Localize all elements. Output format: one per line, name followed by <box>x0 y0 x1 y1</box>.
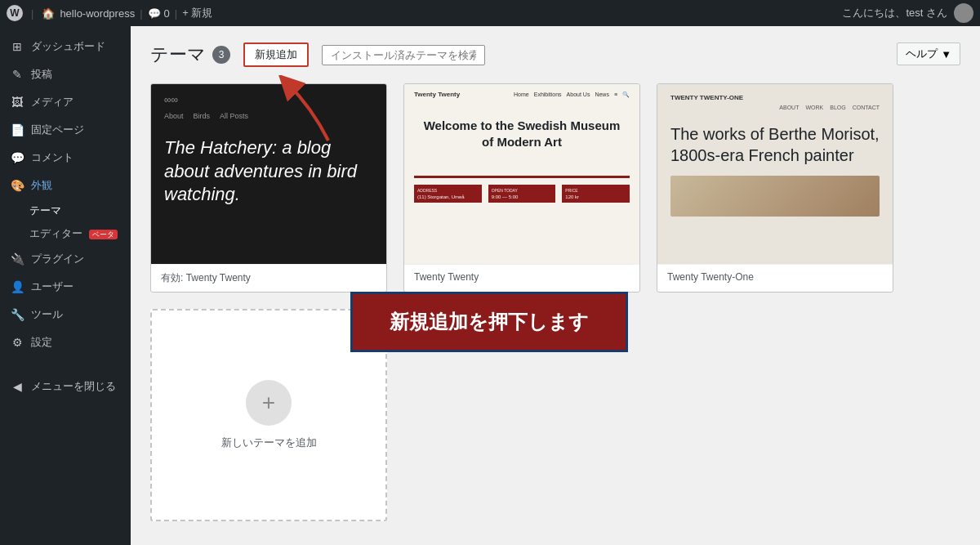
sidebar-item-pages-label: 固定ページ <box>31 123 84 137</box>
twentyone-nav: ABOUTWORKBLOGCONTACT <box>670 105 880 110</box>
twentyone-heading: The works of Berthe Morisot, 1800s-era F… <box>670 123 880 166</box>
sidebar-item-dashboard-label: ダッシュボード <box>31 39 105 54</box>
help-label: ヘルプ <box>906 47 938 61</box>
sidebar: ⊞ ダッシュボード ✎ 投稿 🖼 メディア 📄 固定ページ 💬 コメント 🎨 外… <box>0 26 131 545</box>
sidebar-item-media[interactable]: 🖼 メディア <box>0 88 131 116</box>
sidebar-item-tools[interactable]: 🔧 ツール <box>0 301 131 328</box>
page-title: テーマ <box>150 42 206 67</box>
themes-grid: ∞∞ AboutBirdsAll Posts The Hatchery: a b… <box>150 83 960 521</box>
new-label: + 新規 <box>182 6 212 20</box>
settings-icon: ⚙ <box>10 336 24 349</box>
twentytwenty-main: Welcome to the Swedish Museum of Modern … <box>414 105 630 163</box>
sidebar-item-plugins-label: プラグイン <box>31 252 84 266</box>
plus-icon: + <box>262 390 275 416</box>
twentytwenty-info: ADDRESS (11) Storgatan, Umeå OPEN TODAY … <box>414 176 630 203</box>
plugins-icon: 🔌 <box>10 252 24 266</box>
theme-preview-twentytwentyone: TWENTY TWENTY-ONE ABOUTWORKBLOGCONTACT T… <box>657 84 893 264</box>
topbar-new-button[interactable]: + 新規 <box>182 6 212 20</box>
sidebar-item-close-menu[interactable]: ◀ メニューを閉じる <box>0 373 131 400</box>
user-avatar[interactable] <box>954 3 973 23</box>
theme-preview-twentytwenty: Twenty Twenty HomeExhibitionsAbout UsNew… <box>404 84 639 264</box>
theme-card-twentytwenty[interactable]: Twenty Twenty HomeExhibitionsAbout UsNew… <box>403 83 640 293</box>
dashboard-icon: ⊞ <box>10 40 24 53</box>
sidebar-item-close-menu-label: メニューを閉じる <box>31 379 116 394</box>
twentytwenty-address: ADDRESS (11) Storgatan, Umeå <box>414 185 482 203</box>
chevron-down-icon: ▼ <box>941 48 951 60</box>
hatchery-nav: AboutBirdsAll Posts <box>164 112 373 120</box>
appearance-icon: 🎨 <box>10 179 24 192</box>
topbar-right: こんにちは、test さん <box>842 3 973 23</box>
add-theme-label: 新しいテーマを追加 <box>221 436 317 450</box>
twentytwenty-topnav: Twenty Twenty HomeExhibitionsAbout UsNew… <box>414 91 630 98</box>
greeting-text: こんにちは、test さん <box>842 6 947 20</box>
wp-logo-icon: W <box>7 5 23 21</box>
add-new-theme-button[interactable]: 新規追加 <box>243 42 309 67</box>
sidebar-item-appearance-label: 外観 <box>31 178 52 193</box>
help-button[interactable]: ヘルプ ▼ <box>897 42 960 65</box>
sidebar-sub-themes-label: テーマ <box>29 204 61 217</box>
theme-status-twentytwentyone: Twenty Twenty-One <box>667 271 754 283</box>
home-icon: 🏠 <box>42 7 55 20</box>
topbar-comments[interactable]: 💬 0 <box>148 7 170 20</box>
twentytwenty-price: PRICE 120 kr <box>562 185 630 203</box>
pages-icon: 📄 <box>10 123 24 136</box>
sidebar-item-posts-label: 投稿 <box>31 67 52 82</box>
theme-card-hatchery[interactable]: ∞∞ AboutBirdsAll Posts The Hatchery: a b… <box>150 83 387 293</box>
sidebar-item-dashboard[interactable]: ⊞ ダッシュボード <box>0 33 131 60</box>
topbar-site[interactable]: 🏠 hello-wordpress <box>42 7 135 20</box>
sidebar-item-tools-label: ツール <box>31 307 63 322</box>
twentytwenty-heading: Welcome to the Swedish Museum of Modern … <box>421 118 623 150</box>
sidebar-sub-themes[interactable]: テーマ <box>0 199 131 222</box>
site-name: hello-wordpress <box>60 7 135 20</box>
tools-icon: 🔧 <box>10 308 24 321</box>
theme-card-twentytwentyone[interactable]: TWENTY TWENTY-ONE ABOUTWORKBLOGCONTACT T… <box>657 83 893 293</box>
sidebar-sub-editor-label: エディター <box>29 227 82 239</box>
beta-badge: ベータ <box>89 230 118 239</box>
sidebar-item-plugins[interactable]: 🔌 プラグイン <box>0 245 131 273</box>
media-icon: 🖼 <box>10 96 24 109</box>
sidebar-item-comments[interactable]: 💬 コメント <box>0 144 131 172</box>
theme-status-hatchery: 有効: Twenty Twenty <box>161 272 251 284</box>
twentyone-image <box>670 176 880 217</box>
hatchery-title: The Hatchery: a blog about adventures in… <box>164 136 373 207</box>
hatchery-logo: ∞∞ <box>164 94 373 105</box>
main-content: ヘルプ ▼ テーマ 3 新規追加 ∞∞ AboutBirdsAll Posts <box>131 26 980 545</box>
sidebar-item-media-label: メディア <box>31 95 74 109</box>
add-theme-icon: + <box>246 380 292 426</box>
theme-card-footer-twentytwentyone: Twenty Twenty-One <box>657 264 893 289</box>
page-title-area: テーマ 3 <box>150 42 230 67</box>
comment-bubble-icon: 💬 <box>148 7 161 20</box>
theme-preview-hatchery: ∞∞ AboutBirdsAll Posts The Hatchery: a b… <box>151 84 386 264</box>
sidebar-item-posts[interactable]: ✎ 投稿 <box>0 60 131 88</box>
users-icon: 👤 <box>10 280 24 293</box>
sidebar-item-settings[interactable]: ⚙ 設定 <box>0 328 131 356</box>
callout-box: 新規追加を押下します <box>350 292 628 352</box>
theme-count-badge: 3 <box>212 46 230 64</box>
sidebar-item-users-label: ユーザー <box>31 279 74 294</box>
callout-text: 新規追加を押下します <box>390 310 589 333</box>
app-layout: ⊞ ダッシュボード ✎ 投稿 🖼 メディア 📄 固定ページ 💬 コメント 🎨 外… <box>0 26 980 545</box>
sidebar-item-appearance[interactable]: 🎨 外観 <box>0 172 131 199</box>
search-themes-input[interactable] <box>322 45 485 65</box>
sidebar-sub-editor[interactable]: エディター ベータ <box>0 222 131 245</box>
page-header: テーマ 3 新規追加 <box>150 42 960 67</box>
close-menu-icon: ◀ <box>10 380 24 393</box>
theme-card-footer-hatchery: 有効: Twenty Twenty <box>151 264 386 292</box>
twentytwenty-hours: OPEN TODAY 9:00 — 5:00 <box>488 185 556 203</box>
comments-icon: 💬 <box>10 151 24 164</box>
sidebar-item-pages[interactable]: 📄 固定ページ <box>0 116 131 144</box>
topbar: W | 🏠 hello-wordpress | 💬 0 | + 新規 こんにちは… <box>0 0 980 26</box>
theme-card-footer-twentytwenty: Twenty Twenty <box>404 264 639 289</box>
sidebar-item-settings-label: 設定 <box>31 335 52 350</box>
sidebar-item-users[interactable]: 👤 ユーザー <box>0 273 131 301</box>
sidebar-item-comments-label: コメント <box>31 150 74 165</box>
twentyone-brand: TWENTY TWENTY-ONE <box>670 94 880 101</box>
theme-status-twentytwenty: Twenty Twenty <box>414 271 479 283</box>
posts-icon: ✎ <box>10 68 24 81</box>
comment-count: 0 <box>164 7 170 20</box>
